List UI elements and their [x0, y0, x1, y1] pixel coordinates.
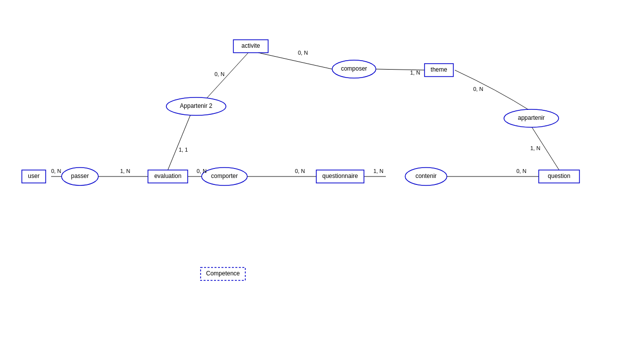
- entity-activite-label: activite: [241, 42, 260, 49]
- entity-appartenir-label: appartenir: [518, 114, 545, 121]
- card-appartenir2-evaluation: 1, 1: [179, 147, 188, 153]
- entity-appartenir2-label: Appartenir 2: [180, 102, 213, 109]
- entity-comporter-label: comporter: [211, 173, 238, 179]
- card-evaluation-comporter: 0, N: [197, 168, 207, 174]
- card-theme-appartenir: 0, N: [473, 86, 483, 92]
- card-activite-appartenir2: 0, N: [215, 71, 224, 77]
- card-comporter-questionnaire: 0, N: [295, 168, 305, 174]
- entity-evaluation-label: evaluation: [154, 173, 182, 179]
- svg-line-0: [258, 53, 332, 69]
- entity-passer-label: passer: [71, 173, 89, 179]
- entity-questionnaire-label: questionnaire: [322, 173, 358, 179]
- entity-theme-label: theme: [430, 66, 447, 73]
- entity-contenir-label: contenir: [416, 173, 437, 179]
- svg-line-2: [206, 53, 248, 99]
- card-activite-composer: 0, N: [298, 50, 308, 56]
- entity-competence-label: Competence: [206, 270, 240, 277]
- entity-question-label: question: [548, 173, 570, 179]
- card-questionnaire-contenir: 1, N: [373, 168, 383, 174]
- card-passer-evaluation: 1, N: [120, 168, 130, 174]
- card-composer-theme: 1, N: [410, 70, 420, 76]
- uml-diagram: activite theme user evaluation questionn…: [0, 0, 644, 348]
- card-contenir-question: 0, N: [516, 168, 526, 174]
- entity-composer-label: composer: [341, 65, 367, 72]
- svg-line-3: [168, 114, 191, 170]
- diagram-container: activite theme user evaluation questionn…: [0, 0, 644, 348]
- entity-user-label: user: [28, 173, 39, 179]
- card-appartenir-question: 1, N: [530, 145, 540, 151]
- card-user-passer: 0, N: [51, 168, 61, 174]
